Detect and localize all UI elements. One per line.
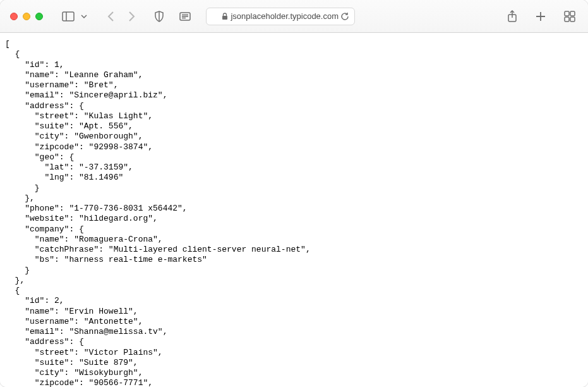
maximize-window-button[interactable]	[35, 13, 43, 20]
json-response: [ { "id": 1, "name": "Leanne Graham", "u…	[5, 39, 583, 387]
svg-rect-0	[63, 12, 74, 21]
sidebar-toggle-button[interactable]	[59, 9, 77, 24]
share-button[interactable]	[505, 8, 520, 25]
browser-toolbar: jsonplaceholder.typicode.com	[0, 0, 588, 33]
reader-mode-icon[interactable]	[179, 12, 191, 21]
close-window-button[interactable]	[10, 13, 18, 20]
svg-rect-7	[222, 16, 227, 20]
address-bar[interactable]: jsonplaceholder.typicode.com	[206, 8, 355, 25]
new-tab-button[interactable]	[532, 8, 549, 25]
window-controls	[10, 13, 43, 20]
back-button[interactable]	[105, 8, 117, 25]
forward-button[interactable]	[125, 8, 138, 25]
url-text: jsonplaceholder.typicode.com	[231, 11, 339, 21]
svg-rect-14	[565, 17, 569, 22]
page-content: [ { "id": 1, "name": "Leanne Graham", "u…	[0, 33, 588, 387]
svg-rect-12	[565, 11, 569, 16]
reload-button[interactable]	[340, 12, 349, 21]
lock-icon	[222, 13, 228, 20]
svg-rect-13	[570, 11, 575, 16]
tab-overview-button[interactable]	[561, 8, 578, 25]
privacy-shield-icon[interactable]	[154, 11, 164, 22]
svg-rect-15	[570, 17, 575, 22]
minimize-window-button[interactable]	[23, 13, 30, 20]
sidebar-dropdown-icon[interactable]	[78, 12, 90, 21]
